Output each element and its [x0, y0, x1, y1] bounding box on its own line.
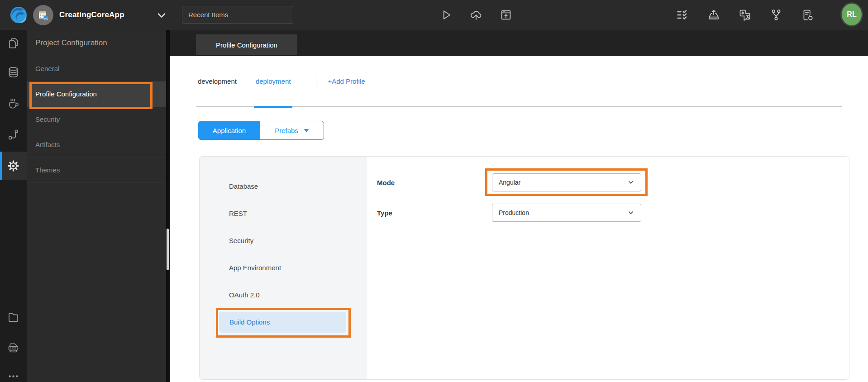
chevron-down-icon — [627, 179, 634, 186]
mode-value: Angular — [499, 179, 627, 186]
mode-select[interactable]: Angular — [492, 173, 641, 191]
page-tab-strip: Profile Configuration — [170, 30, 868, 56]
settings-menu-item-security[interactable]: Security — [200, 227, 367, 254]
more-ellipsis-icon[interactable] — [0, 363, 27, 382]
main-content: Profile Configuration development deploy… — [170, 30, 868, 382]
sidebar-item-artifacts[interactable]: Artifacts — [27, 132, 166, 158]
settings-menu-item-database[interactable]: Database — [200, 173, 367, 200]
project-chevron-down-icon[interactable] — [156, 10, 167, 21]
preview-window-icon[interactable] — [500, 9, 512, 21]
tab-development[interactable]: development — [196, 56, 238, 106]
recent-items-input[interactable] — [182, 6, 293, 24]
export-deploy-icon[interactable] — [707, 9, 720, 21]
application-toggle-button[interactable]: Application — [198, 121, 260, 140]
git-branch-icon[interactable] — [770, 9, 782, 21]
file-sync-icon[interactable] — [801, 9, 814, 21]
page-tab-profile-configuration[interactable]: Profile Configuration — [196, 34, 297, 55]
top-bar: CreatingCoreApp — [0, 0, 868, 30]
svg-text:LOG: LOG — [10, 346, 16, 349]
apis-icon[interactable] — [0, 122, 27, 147]
checklist-icon[interactable] — [676, 9, 689, 21]
settings-menu-item-build-options[interactable]: Build Options — [219, 312, 346, 333]
topbar-center-actions — [440, 0, 512, 30]
database-icon[interactable] — [0, 59, 27, 85]
run-play-icon[interactable] — [440, 9, 453, 21]
scope-toggle: Application Prefabs — [198, 121, 324, 140]
prefabs-toggle-button[interactable]: Prefabs — [260, 121, 324, 140]
sidebar-item-themes[interactable]: Themes — [27, 158, 166, 183]
file-explorer-icon[interactable] — [0, 304, 27, 329]
sidebar-item-profile-configuration[interactable]: Profile Configuration — [27, 81, 166, 107]
pages-icon[interactable] — [0, 30, 27, 56]
cloud-upload-icon[interactable] — [470, 9, 482, 21]
tab-deployment[interactable]: deployment — [254, 56, 293, 106]
translate-icon[interactable] — [739, 9, 751, 21]
wavemaker-logo-icon[interactable] — [10, 6, 28, 24]
sidebar-item-security[interactable]: Security — [27, 107, 166, 132]
user-avatar[interactable]: RL — [840, 2, 863, 27]
panel-title: Project Configuration — [27, 30, 166, 56]
tabs-divider — [316, 75, 316, 88]
settings-menu-item-rest[interactable]: REST — [200, 200, 367, 227]
sidebar-item-general[interactable]: General — [27, 56, 166, 81]
settings-menu-item-oauth[interactable]: OAuth 2.0 — [200, 282, 367, 309]
topbar-right-actions — [676, 0, 814, 30]
chevron-down-icon — [627, 209, 634, 216]
settings-menu: Database REST Security App Environment O… — [200, 157, 367, 379]
java-services-icon[interactable] — [0, 91, 27, 116]
type-select[interactable]: Production — [492, 204, 641, 222]
panel-divider — [166, 30, 170, 382]
scrollbar-thumb[interactable] — [167, 229, 169, 270]
type-value: Production — [499, 209, 627, 216]
logs-icon[interactable]: LOG — [0, 335, 27, 360]
settings-menu-item-app-environment[interactable]: App Environment — [200, 254, 367, 282]
profile-tabs: development deployment +Add Profile — [196, 56, 842, 107]
settings-gear-icon[interactable] — [0, 153, 27, 178]
add-profile-button[interactable]: +Add Profile — [328, 77, 365, 85]
prefabs-label: Prefabs — [275, 127, 298, 134]
caret-down-icon — [304, 129, 309, 133]
project-name: CreatingCoreApp — [59, 0, 124, 30]
type-label: Type — [377, 204, 392, 222]
project-config-panel: Project Configuration General Profile Co… — [27, 30, 166, 382]
app-window: CreatingCoreApp — [0, 0, 868, 382]
project-avatar-icon[interactable] — [33, 5, 53, 25]
icon-rail: LOG — [0, 30, 27, 382]
build-settings-card: Database REST Security App Environment O… — [199, 156, 849, 380]
mode-label: Mode — [377, 173, 395, 191]
